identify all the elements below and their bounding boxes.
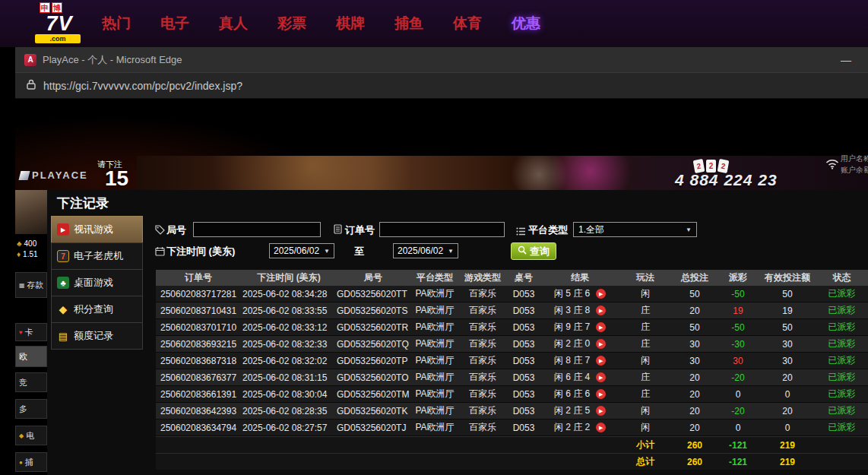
total-payout: -121: [717, 457, 759, 467]
cell-status: 已派彩: [816, 304, 868, 317]
slot-machine-icon: 7: [57, 250, 69, 262]
menu-label: 视讯游戏: [74, 223, 113, 236]
replay-play-icon[interactable]: ▶: [596, 423, 606, 432]
menu-video-games[interactable]: ▶ 视讯游戏: [51, 216, 143, 243]
search-button[interactable]: 查询: [511, 242, 556, 260]
cell-table: D053: [505, 289, 542, 299]
nav-item-sports[interactable]: 体育: [453, 14, 482, 33]
logo-badge: 博: [52, 2, 62, 13]
strip-item-duo[interactable]: 多: [15, 399, 47, 419]
nav-item-fishing[interactable]: 捕鱼: [394, 14, 423, 33]
search-button-label: 查询: [530, 245, 550, 258]
order-input[interactable]: [379, 222, 505, 237]
strip-item-label: 卡: [25, 327, 33, 338]
nav-item-live[interactable]: 真人: [219, 14, 248, 33]
cell-time: 2025-06-02 08:27:57: [241, 423, 337, 433]
subtotal-valid: 219: [759, 440, 816, 451]
cell-payout: 0: [717, 423, 759, 433]
replay-play-icon[interactable]: ▶: [596, 339, 606, 349]
club-coin-icon: ♣: [17, 239, 22, 248]
strip-item-ou[interactable]: 欧: [15, 346, 47, 367]
playace-brand-text: PLAYACE: [32, 169, 88, 181]
nav-item-slots[interactable]: 电子: [160, 14, 189, 33]
cell-valid: 30: [759, 356, 816, 366]
nav-item-chess[interactable]: 棋牌: [336, 14, 365, 33]
nav-item-hot[interactable]: 热门: [102, 14, 131, 33]
strip-item-card[interactable]: ♥ 卡: [15, 323, 47, 341]
cell-betside: 闲: [618, 354, 673, 367]
platform-select[interactable]: 1.全部 ▼: [573, 222, 697, 237]
menu-table-games[interactable]: ♣ 桌面游戏: [51, 269, 143, 296]
round-input[interactable]: [193, 222, 321, 237]
replay-play-icon[interactable]: ▶: [596, 322, 606, 332]
menu-slot-machines[interactable]: 7 电子老虎机: [51, 242, 143, 270]
cell-round: GD053256020TQ: [337, 339, 410, 350]
cell-game: 百家乐: [460, 388, 505, 401]
strip-item-bu[interactable]: ● 捕: [15, 452, 47, 472]
cell-bet: 50: [673, 322, 717, 333]
cell-platform: PA欧洲厅: [410, 388, 460, 401]
nav-item-promos[interactable]: 优惠: [512, 14, 540, 33]
cell-platform: PA欧洲厅: [410, 321, 460, 334]
cell-time: 2025-06-02 08:33:55: [241, 306, 337, 316]
cell-time: 2025-06-02 08:32:33: [241, 339, 337, 350]
fish-mini-icon: ●: [19, 459, 23, 466]
cell-round: GD053256020TT: [337, 289, 410, 299]
replay-play-icon[interactable]: ▶: [596, 306, 606, 315]
date-from-select[interactable]: 2025/06/02 ▼: [269, 243, 334, 258]
cell-bet: 20: [673, 406, 717, 416]
strip-item-dian[interactable]: ◆ 电: [15, 426, 47, 445]
replay-play-icon[interactable]: ▶: [596, 289, 606, 299]
cell-game: 百家乐: [460, 321, 505, 334]
cell-order: 250602083642393: [156, 406, 241, 416]
col-bet: 总投注: [673, 271, 717, 284]
screen: 申 博 7V .com 热门 电子 真人 彩票 棋牌 捕鱼 体育 优惠 A Pl…: [0, 0, 868, 475]
replay-play-icon[interactable]: ▶: [596, 389, 606, 399]
replay-play-icon[interactable]: ▶: [596, 356, 606, 366]
strip-item-label: 存款: [27, 280, 44, 291]
replay-play-icon[interactable]: ▶: [596, 372, 606, 382]
bet-time-label: 下注时间 (美东): [166, 245, 235, 258]
col-platform: 平台类型: [410, 271, 460, 284]
menu-credit-records[interactable]: ▤ 额度记录: [51, 322, 143, 350]
cell-round: GD053256020TJ: [337, 423, 410, 433]
table-row: 250602083642393 2025-06-02 08:28:35 GD05…: [156, 403, 868, 420]
cell-bet: 20: [673, 372, 717, 383]
cell-table: D053: [505, 406, 542, 416]
browser-urlbar[interactable]: https://gci.7vvvvvv.com/pc/pcv2/index.js…: [15, 72, 868, 99]
cell-game: 百家乐: [460, 337, 505, 350]
logo-text: 7V: [35, 13, 84, 34]
replay-play-icon[interactable]: ▶: [596, 406, 606, 416]
bet-table-body: 250602083717281 2025-06-02 08:34:28 GD05…: [156, 286, 868, 436]
cell-table: D053: [505, 423, 542, 433]
date-from-value: 2025/06/02: [274, 245, 319, 256]
balance-value: 400: [24, 239, 37, 248]
cell-platform: PA欧洲厅: [410, 404, 460, 417]
order-label: 订单号: [345, 223, 375, 237]
table-game-icon: ♣: [57, 277, 69, 289]
minimize-button[interactable]: —: [833, 54, 859, 66]
filter-bar: 局号 订单号 平台类型 1.全部 ▼: [154, 217, 868, 266]
result-text: 闲 6 庄 6: [554, 388, 590, 401]
subtotal-label: 小计: [618, 439, 673, 451]
cell-status: 已派彩: [816, 388, 868, 401]
cell-time: 2025-06-02 08:30:04: [241, 389, 337, 400]
cell-betside: 庄: [618, 304, 673, 317]
browser-window: A PlayAce - 个人 - Microsoft Edge — https:…: [15, 47, 868, 475]
table-row: 250602083717281 2025-06-02 08:34:28 GD05…: [156, 286, 868, 302]
menu-points-query[interactable]: ◆ 积分查询: [51, 296, 143, 323]
date-to-select[interactable]: 2025/06/02 ▼: [393, 243, 458, 258]
wifi-icon: [825, 159, 839, 173]
cell-betside: 庄: [618, 371, 673, 384]
cell-platform: PA欧洲厅: [410, 337, 460, 350]
date-to-value: 2025/06/02: [398, 245, 443, 256]
strip-item-jing[interactable]: 竞: [15, 372, 47, 392]
cell-order: 250602083687318: [156, 356, 241, 366]
nav-item-lottery[interactable]: 彩票: [277, 14, 306, 33]
strip-item-deposit[interactable]: ▦ 存款: [15, 272, 47, 298]
cell-payout: -20: [717, 406, 759, 416]
site-logo[interactable]: 申 博 7V .com: [35, 2, 84, 43]
strip-item-label: 欧: [19, 351, 27, 363]
cell-order: 250602083661391: [156, 389, 241, 400]
video-game-icon: ▶: [57, 223, 69, 236]
